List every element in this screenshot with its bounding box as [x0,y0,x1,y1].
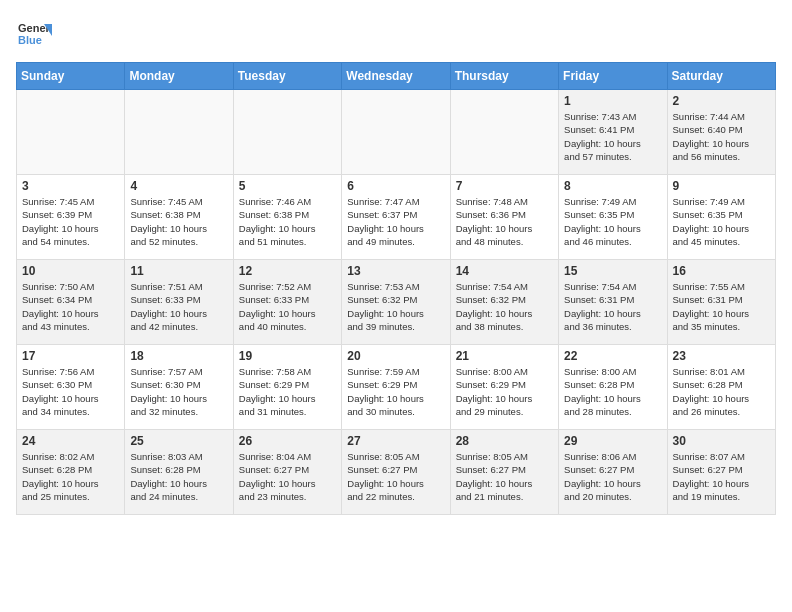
day-number: 21 [456,349,553,363]
day-number: 19 [239,349,336,363]
calendar-cell: 26Sunrise: 8:04 AMSunset: 6:27 PMDayligh… [233,430,341,515]
day-info: Sunrise: 7:50 AMSunset: 6:34 PMDaylight:… [22,280,119,333]
calendar-cell: 11Sunrise: 7:51 AMSunset: 6:33 PMDayligh… [125,260,233,345]
day-number: 26 [239,434,336,448]
calendar-cell: 6Sunrise: 7:47 AMSunset: 6:37 PMDaylight… [342,175,450,260]
day-info: Sunrise: 7:45 AMSunset: 6:39 PMDaylight:… [22,195,119,248]
day-info: Sunrise: 7:51 AMSunset: 6:33 PMDaylight:… [130,280,227,333]
day-info: Sunrise: 8:00 AMSunset: 6:28 PMDaylight:… [564,365,661,418]
day-info: Sunrise: 7:59 AMSunset: 6:29 PMDaylight:… [347,365,444,418]
day-info: Sunrise: 7:45 AMSunset: 6:38 PMDaylight:… [130,195,227,248]
calendar-cell: 7Sunrise: 7:48 AMSunset: 6:36 PMDaylight… [450,175,558,260]
weekday-header-thursday: Thursday [450,63,558,90]
day-info: Sunrise: 7:52 AMSunset: 6:33 PMDaylight:… [239,280,336,333]
weekday-header-monday: Monday [125,63,233,90]
calendar-cell: 23Sunrise: 8:01 AMSunset: 6:28 PMDayligh… [667,345,775,430]
calendar-cell: 22Sunrise: 8:00 AMSunset: 6:28 PMDayligh… [559,345,667,430]
day-number: 12 [239,264,336,278]
calendar-cell [125,90,233,175]
day-info: Sunrise: 8:06 AMSunset: 6:27 PMDaylight:… [564,450,661,503]
day-number: 23 [673,349,770,363]
calendar-cell: 13Sunrise: 7:53 AMSunset: 6:32 PMDayligh… [342,260,450,345]
day-info: Sunrise: 7:44 AMSunset: 6:40 PMDaylight:… [673,110,770,163]
day-number: 6 [347,179,444,193]
calendar-cell: 28Sunrise: 8:05 AMSunset: 6:27 PMDayligh… [450,430,558,515]
logo: General Blue [16,16,52,52]
calendar-cell: 18Sunrise: 7:57 AMSunset: 6:30 PMDayligh… [125,345,233,430]
calendar-cell [342,90,450,175]
day-number: 8 [564,179,661,193]
day-info: Sunrise: 7:58 AMSunset: 6:29 PMDaylight:… [239,365,336,418]
day-number: 27 [347,434,444,448]
day-info: Sunrise: 7:57 AMSunset: 6:30 PMDaylight:… [130,365,227,418]
weekday-header-friday: Friday [559,63,667,90]
calendar-cell: 8Sunrise: 7:49 AMSunset: 6:35 PMDaylight… [559,175,667,260]
calendar-cell: 25Sunrise: 8:03 AMSunset: 6:28 PMDayligh… [125,430,233,515]
calendar-cell: 5Sunrise: 7:46 AMSunset: 6:38 PMDaylight… [233,175,341,260]
day-number: 1 [564,94,661,108]
day-info: Sunrise: 8:00 AMSunset: 6:29 PMDaylight:… [456,365,553,418]
calendar-week-1: 1Sunrise: 7:43 AMSunset: 6:41 PMDaylight… [17,90,776,175]
calendar-cell: 4Sunrise: 7:45 AMSunset: 6:38 PMDaylight… [125,175,233,260]
svg-text:Blue: Blue [18,34,42,46]
day-number: 9 [673,179,770,193]
weekday-header-wednesday: Wednesday [342,63,450,90]
calendar-cell [17,90,125,175]
day-number: 13 [347,264,444,278]
day-info: Sunrise: 7:54 AMSunset: 6:31 PMDaylight:… [564,280,661,333]
day-number: 15 [564,264,661,278]
calendar-cell: 12Sunrise: 7:52 AMSunset: 6:33 PMDayligh… [233,260,341,345]
calendar-cell: 19Sunrise: 7:58 AMSunset: 6:29 PMDayligh… [233,345,341,430]
day-number: 18 [130,349,227,363]
calendar-week-4: 17Sunrise: 7:56 AMSunset: 6:30 PMDayligh… [17,345,776,430]
day-number: 5 [239,179,336,193]
calendar-cell: 16Sunrise: 7:55 AMSunset: 6:31 PMDayligh… [667,260,775,345]
day-number: 25 [130,434,227,448]
day-number: 30 [673,434,770,448]
day-info: Sunrise: 7:48 AMSunset: 6:36 PMDaylight:… [456,195,553,248]
day-info: Sunrise: 7:56 AMSunset: 6:30 PMDaylight:… [22,365,119,418]
day-info: Sunrise: 8:03 AMSunset: 6:28 PMDaylight:… [130,450,227,503]
day-number: 4 [130,179,227,193]
calendar-cell: 29Sunrise: 8:06 AMSunset: 6:27 PMDayligh… [559,430,667,515]
day-number: 10 [22,264,119,278]
calendar-cell: 3Sunrise: 7:45 AMSunset: 6:39 PMDaylight… [17,175,125,260]
day-info: Sunrise: 7:43 AMSunset: 6:41 PMDaylight:… [564,110,661,163]
calendar-cell [233,90,341,175]
day-number: 22 [564,349,661,363]
page-header: General Blue [16,16,776,52]
calendar-week-2: 3Sunrise: 7:45 AMSunset: 6:39 PMDaylight… [17,175,776,260]
day-info: Sunrise: 7:53 AMSunset: 6:32 PMDaylight:… [347,280,444,333]
day-info: Sunrise: 8:01 AMSunset: 6:28 PMDaylight:… [673,365,770,418]
day-number: 29 [564,434,661,448]
calendar-cell [450,90,558,175]
calendar-table: SundayMondayTuesdayWednesdayThursdayFrid… [16,62,776,515]
day-number: 20 [347,349,444,363]
calendar-cell: 17Sunrise: 7:56 AMSunset: 6:30 PMDayligh… [17,345,125,430]
day-number: 11 [130,264,227,278]
day-info: Sunrise: 7:46 AMSunset: 6:38 PMDaylight:… [239,195,336,248]
day-number: 24 [22,434,119,448]
day-number: 17 [22,349,119,363]
logo-icon: General Blue [16,16,52,52]
day-info: Sunrise: 8:07 AMSunset: 6:27 PMDaylight:… [673,450,770,503]
day-number: 3 [22,179,119,193]
day-number: 28 [456,434,553,448]
day-info: Sunrise: 7:47 AMSunset: 6:37 PMDaylight:… [347,195,444,248]
weekday-header-row: SundayMondayTuesdayWednesdayThursdayFrid… [17,63,776,90]
weekday-header-saturday: Saturday [667,63,775,90]
calendar-cell: 15Sunrise: 7:54 AMSunset: 6:31 PMDayligh… [559,260,667,345]
calendar-cell: 9Sunrise: 7:49 AMSunset: 6:35 PMDaylight… [667,175,775,260]
calendar-cell: 2Sunrise: 7:44 AMSunset: 6:40 PMDaylight… [667,90,775,175]
day-info: Sunrise: 7:49 AMSunset: 6:35 PMDaylight:… [673,195,770,248]
calendar-cell: 1Sunrise: 7:43 AMSunset: 6:41 PMDaylight… [559,90,667,175]
day-number: 7 [456,179,553,193]
calendar-week-3: 10Sunrise: 7:50 AMSunset: 6:34 PMDayligh… [17,260,776,345]
calendar-week-5: 24Sunrise: 8:02 AMSunset: 6:28 PMDayligh… [17,430,776,515]
calendar-cell: 27Sunrise: 8:05 AMSunset: 6:27 PMDayligh… [342,430,450,515]
day-info: Sunrise: 8:05 AMSunset: 6:27 PMDaylight:… [456,450,553,503]
day-info: Sunrise: 7:55 AMSunset: 6:31 PMDaylight:… [673,280,770,333]
calendar-cell: 21Sunrise: 8:00 AMSunset: 6:29 PMDayligh… [450,345,558,430]
weekday-header-tuesday: Tuesday [233,63,341,90]
calendar-cell: 20Sunrise: 7:59 AMSunset: 6:29 PMDayligh… [342,345,450,430]
